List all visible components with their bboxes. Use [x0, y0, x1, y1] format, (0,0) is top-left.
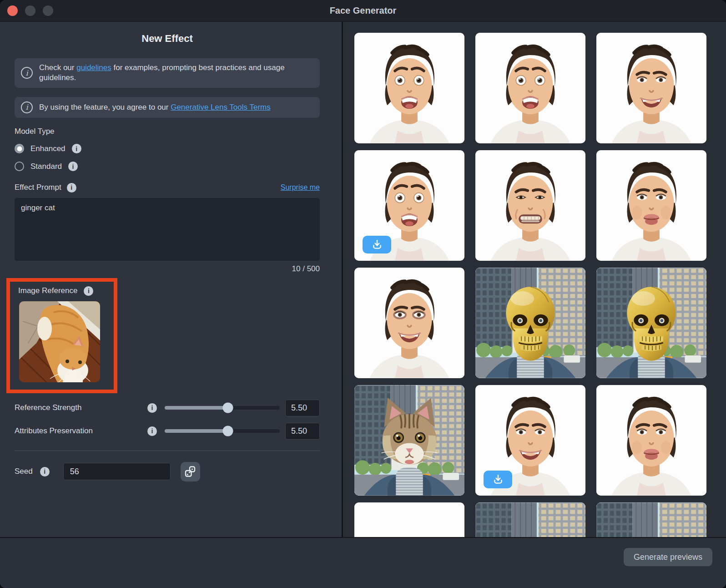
- preview-tile-gold-skull[interactable]: [475, 268, 585, 378]
- notice-box: Check our guidelines for examples, promp…: [15, 58, 320, 88]
- seed-row: Seed 56: [15, 462, 320, 482]
- preview-tile-face-smile-open[interactable]: [475, 385, 585, 496]
- image-reference-label: Image Reference: [18, 286, 77, 295]
- notice-link[interactable]: Generative Lens Tools Terms: [171, 103, 271, 112]
- download-icon: [371, 239, 383, 251]
- reference-image-thumbnail[interactable]: [19, 301, 100, 382]
- randomize-seed-button[interactable]: [181, 462, 200, 482]
- slider-handle[interactable]: [223, 426, 233, 436]
- preview-tile-face-surprised[interactable]: [475, 33, 585, 143]
- seed-input[interactable]: 56: [63, 463, 171, 480]
- download-button[interactable]: [363, 236, 391, 253]
- info-icon[interactable]: [147, 403, 157, 413]
- slider-label: Attributes Preservation: [15, 426, 142, 436]
- preview-tile-cat-face[interactable]: [354, 385, 464, 496]
- preview-tile-face-pucker[interactable]: [596, 385, 706, 496]
- notice-box: By using the feature, you agree to our G…: [15, 97, 320, 118]
- info-icon[interactable]: [68, 162, 78, 171]
- slider-row: Reference Strength5.50: [15, 400, 320, 416]
- preview-tile-face-smile-makeup[interactable]: [354, 268, 464, 378]
- info-icon: [21, 67, 33, 79]
- preview-tile-cat-ears-top[interactable]: [596, 502, 706, 537]
- info-icon: [21, 101, 33, 113]
- dice-icon: [184, 466, 196, 477]
- radio-button[interactable]: [15, 144, 24, 153]
- seed-label: Seed: [15, 467, 33, 476]
- notice-link[interactable]: guidelines: [76, 63, 111, 72]
- info-icon[interactable]: [72, 144, 81, 153]
- generate-previews-button[interactable]: Generate previews: [624, 548, 712, 566]
- slider-track[interactable]: [165, 406, 280, 410]
- slider-fill: [165, 406, 228, 410]
- preview-tile-face-smile-open[interactable]: [596, 33, 706, 143]
- effect-prompt-row: Effect Prompt Surprise me: [15, 183, 320, 193]
- notices: Check our guidelines for examples, promp…: [15, 58, 320, 118]
- info-icon[interactable]: [67, 183, 76, 193]
- sliders: Reference Strength5.50Attributes Preserv…: [15, 400, 320, 440]
- model-type-option-enhanced[interactable]: Enhanced: [15, 142, 320, 155]
- slider-track[interactable]: [165, 429, 280, 433]
- preview-panel: [343, 22, 726, 537]
- panel-title: New Effect: [15, 33, 320, 45]
- slider-fill: [165, 429, 228, 433]
- preview-tile-hair-top[interactable]: [354, 502, 464, 537]
- model-type-options: EnhancedStandard: [15, 142, 320, 173]
- slider-value-input[interactable]: 5.50: [285, 400, 320, 416]
- main-area: New Effect Check our guidelines for exam…: [0, 22, 726, 537]
- info-icon[interactable]: [84, 286, 93, 296]
- preview-tile-green-egg-top[interactable]: [475, 502, 585, 537]
- preview-tile-face-surprised[interactable]: [354, 150, 464, 261]
- notice-text: By using the feature, you agree to our G…: [39, 102, 271, 112]
- effect-prompt-input[interactable]: ginger cat: [15, 198, 320, 261]
- slider-value-input[interactable]: 5.50: [285, 423, 320, 440]
- radio-button[interactable]: [15, 162, 24, 171]
- download-icon: [492, 474, 504, 486]
- download-button[interactable]: [484, 471, 512, 488]
- slider-label: Reference Strength: [15, 403, 142, 412]
- preview-tile-face-surprised[interactable]: [354, 33, 464, 143]
- new-effect-panel: New Effect Check our guidelines for exam…: [0, 22, 343, 537]
- slider-row: Attributes Preservation5.50: [15, 423, 320, 440]
- preview-tile-face-pucker[interactable]: [596, 150, 706, 261]
- info-icon[interactable]: [40, 467, 50, 476]
- image-reference-label-row: Image Reference: [18, 286, 108, 296]
- model-type-option-standard[interactable]: Standard: [15, 160, 320, 173]
- slider-handle[interactable]: [223, 403, 233, 413]
- info-icon[interactable]: [147, 426, 157, 436]
- preview-tile-gold-skull[interactable]: [596, 268, 706, 378]
- preview-tile-face-grin[interactable]: [475, 150, 585, 261]
- ginger-cat-photo: [19, 301, 100, 382]
- image-reference-section: Image Reference: [6, 278, 117, 393]
- model-type-label: Model Type: [15, 127, 320, 136]
- radio-label: Standard: [30, 162, 62, 171]
- footer-bar: Generate previews: [0, 537, 726, 588]
- preview-grid: [354, 33, 709, 537]
- effect-prompt-label: Effect Prompt: [15, 183, 61, 192]
- section-divider: [15, 451, 320, 451]
- titlebar: Face Generator: [0, 0, 726, 22]
- surprise-me-link[interactable]: Surprise me: [281, 183, 320, 192]
- face-generator-window: Face Generator New Effect Check our guid…: [0, 0, 726, 588]
- notice-text: Check our guidelines for examples, promp…: [39, 63, 313, 83]
- radio-label: Enhanced: [30, 144, 66, 153]
- window-title: Face Generator: [0, 5, 726, 16]
- char-counter: 10 / 500: [15, 264, 320, 274]
